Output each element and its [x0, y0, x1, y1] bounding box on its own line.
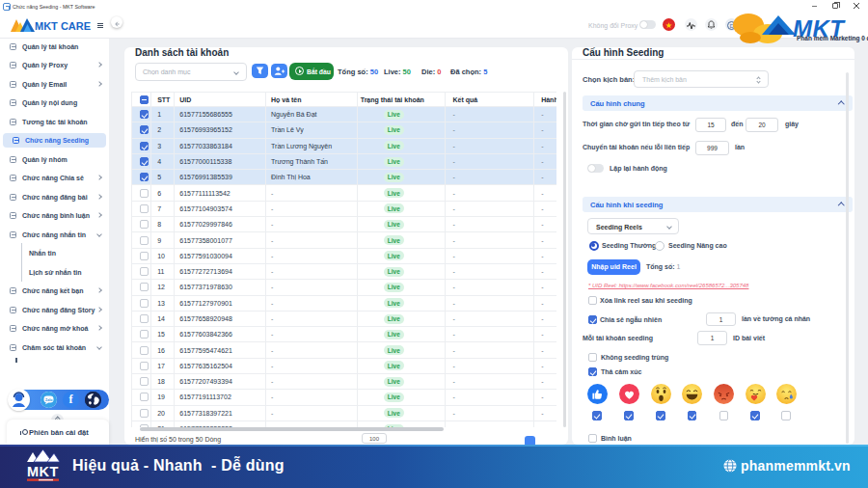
- svg-text:Zalo: Zalo: [45, 398, 53, 402]
- svg-text:MKT: MKT: [27, 464, 59, 479]
